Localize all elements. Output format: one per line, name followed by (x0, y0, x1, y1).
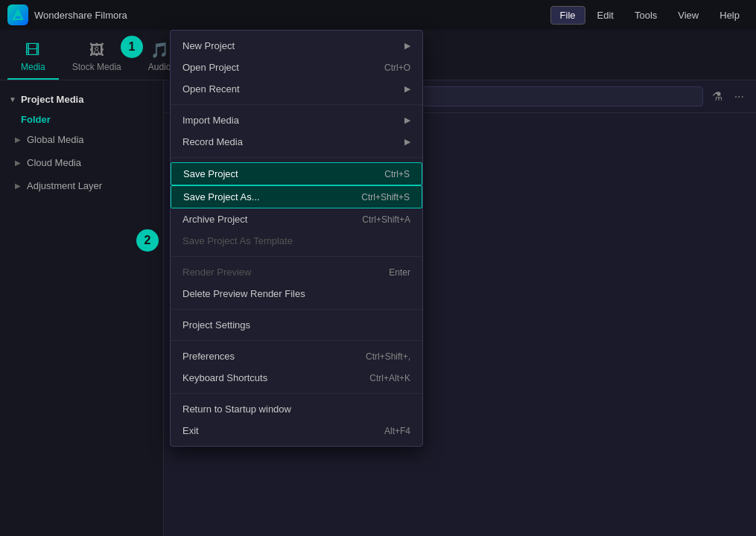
step-badge-1: 1 (121, 36, 143, 58)
sidebar-cloud-media-label: Cloud Media (27, 157, 81, 168)
open-recent-arrow: ▶ (404, 84, 410, 94)
sidebar-section-label: Project Media (21, 94, 84, 105)
title-bar: Wondershare Filmora File Edit Tools View… (0, 0, 756, 30)
menu-section-settings-ops: Project Settings (171, 310, 422, 341)
file-dropdown-menu: New Project ▶ Open Project Ctrl+O Open R… (170, 30, 423, 447)
tab-media[interactable]: 🎞 Media (7, 36, 59, 80)
app-title: Wondershare Filmora (34, 10, 544, 21)
menu-view[interactable]: View (669, 7, 708, 24)
menu-bar: File Edit Tools View Help (550, 6, 749, 25)
menu-archive-project[interactable]: Archive Project Ctrl+Shift+A (171, 208, 422, 230)
stock-media-icon: 🖼 (89, 42, 104, 59)
menu-new-project[interactable]: New Project ▶ (171, 35, 422, 57)
menu-return-startup[interactable]: Return to Startup window (171, 398, 422, 420)
menu-project-settings[interactable]: Project Settings (171, 314, 422, 336)
new-project-arrow: ▶ (404, 41, 410, 51)
filter-icon[interactable]: ⚗ (709, 86, 725, 106)
global-media-chevron: ▶ (15, 135, 21, 144)
sidebar-item-global-media[interactable]: ▶ Global Media (0, 128, 163, 151)
tab-stock-media-label: Stock Media (72, 62, 121, 72)
menu-keyboard-shortcuts[interactable]: Keyboard Shortcuts Ctrl+Alt+K (171, 367, 422, 389)
menu-open-project[interactable]: Open Project Ctrl+O (171, 57, 422, 78)
media-icon: 🎞 (25, 42, 40, 59)
menu-help[interactable]: Help (711, 7, 749, 24)
menu-tools[interactable]: Tools (626, 7, 666, 24)
sidebar-global-media-label: Global Media (27, 134, 84, 145)
import-media-arrow: ▶ (404, 115, 410, 125)
sidebar-folder-label: Folder (0, 111, 163, 128)
svg-point-1 (16, 13, 19, 16)
tab-media-label: Media (21, 62, 45, 72)
tab-audio-label: Audio (148, 62, 171, 72)
sidebar-item-adjustment-layer[interactable]: ▶ Adjustment Layer (0, 174, 163, 197)
menu-save-project-as[interactable]: Save Project As... Ctrl+Shift+S (171, 185, 422, 208)
audio-icon: 🎵 (150, 41, 169, 59)
menu-section-prefs-ops: Preferences Ctrl+Shift+, Keyboard Shortc… (171, 341, 422, 394)
step-badge-2: 2 (136, 229, 159, 252)
sidebar-item-cloud-media[interactable]: ▶ Cloud Media (0, 151, 163, 174)
sidebar: ▼ Project Media Folder ▶ Global Media ▶ … (0, 80, 164, 536)
section-chevron: ▼ (9, 95, 16, 103)
menu-section-import-ops: Import Media ▶ Record Media ▶ (171, 105, 422, 158)
menu-section-project-ops: New Project ▶ Open Project Ctrl+O Open R… (171, 31, 422, 105)
menu-import-media[interactable]: Import Media ▶ (171, 109, 422, 131)
app-logo (7, 4, 28, 25)
menu-section-exit-ops: Return to Startup window Exit Alt+F4 (171, 394, 422, 446)
sidebar-adjustment-layer-label: Adjustment Layer (27, 180, 102, 191)
menu-file[interactable]: File (550, 6, 585, 25)
cloud-media-chevron: ▶ (15, 159, 21, 167)
adjustment-layer-chevron: ▶ (15, 182, 21, 190)
menu-delete-preview[interactable]: Delete Preview Render Files (171, 283, 422, 304)
menu-preferences[interactable]: Preferences Ctrl+Shift+, (171, 345, 422, 367)
menu-section-render-ops: Render Preview Enter Delete Preview Rend… (171, 257, 422, 310)
menu-edit[interactable]: Edit (588, 7, 623, 24)
menu-render-preview: Render Preview Enter (171, 261, 422, 283)
menu-save-as-template: Save Project As Template (171, 230, 422, 252)
menu-save-project[interactable]: Save Project Ctrl+S (171, 162, 422, 185)
sidebar-section-header: ▼ Project Media (0, 88, 163, 111)
menu-exit[interactable]: Exit Alt+F4 (171, 420, 422, 441)
menu-open-recent[interactable]: Open Recent ▶ (171, 78, 422, 100)
menu-section-save-ops: Save Project Ctrl+S Save Project As... C… (171, 158, 422, 257)
menu-record-media[interactable]: Record Media ▶ (171, 131, 422, 153)
more-options-icon[interactable]: ··· (731, 87, 747, 106)
record-media-arrow: ▶ (404, 137, 410, 147)
